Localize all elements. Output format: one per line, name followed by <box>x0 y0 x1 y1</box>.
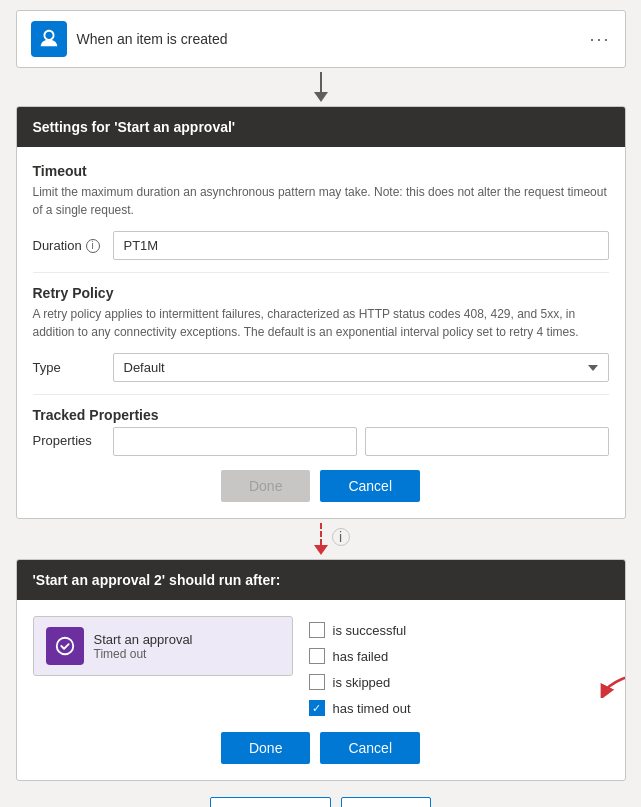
trigger-title: When an item is created <box>77 31 580 47</box>
divider-2 <box>33 394 609 395</box>
checkboxes-column: is successful has failed is skipped has … <box>309 616 609 716</box>
tracked-input-1[interactable] <box>113 427 357 456</box>
properties-field-row: Properties <box>33 427 609 456</box>
retry-policy-title: Retry Policy <box>33 285 609 301</box>
connector-arrow <box>314 72 328 102</box>
dashed-connector-arrow: i <box>314 523 328 555</box>
checkbox-has-timed-out[interactable] <box>309 700 325 716</box>
approval-status: Timed out <box>94 647 193 661</box>
checkbox-row-0: is successful <box>309 622 609 638</box>
settings-cancel-button[interactable]: Cancel <box>320 470 420 502</box>
run-after-cancel-button[interactable]: Cancel <box>320 732 420 764</box>
checkbox-has-failed[interactable] <box>309 648 325 664</box>
run-after-content: Start an approval Timed out is successfu… <box>33 616 609 716</box>
checkbox-row-2: is skipped <box>309 674 609 690</box>
approval-name: Start an approval <box>94 632 193 647</box>
checkbox-label-0: is successful <box>333 623 407 638</box>
checkbox-label-1: has failed <box>333 649 389 664</box>
run-after-header: 'Start an approval 2' should run after: <box>17 560 625 600</box>
settings-done-button: Done <box>221 470 310 502</box>
checkbox-is-successful[interactable] <box>309 622 325 638</box>
run-after-panel: 'Start an approval 2' should run after: … <box>16 559 626 781</box>
duration-field-row: Duration i <box>33 231 609 260</box>
sharepoint-icon <box>31 21 67 57</box>
settings-button-row: Done Cancel <box>33 470 609 502</box>
tracked-input-2[interactable] <box>365 427 609 456</box>
approval-icon <box>46 627 84 665</box>
checkbox-label-2: is skipped <box>333 675 391 690</box>
checkbox-is-skipped[interactable] <box>309 674 325 690</box>
retry-policy-description: A retry policy applies to intermittent f… <box>33 305 609 341</box>
timeout-title: Timeout <box>33 163 609 179</box>
type-field-row: Type Default <box>33 353 609 382</box>
run-after-done-button[interactable]: Done <box>221 732 310 764</box>
duration-info-icon[interactable]: i <box>86 239 100 253</box>
new-step-button[interactable]: + New step <box>210 797 330 807</box>
settings-panel-header: Settings for 'Start an approval' <box>17 107 625 147</box>
checkbox-row-3: has timed out <box>309 700 609 716</box>
divider-1 <box>33 272 609 273</box>
trigger-block: When an item is created ··· <box>16 10 626 68</box>
properties-label: Properties <box>33 427 103 448</box>
approval-info: Start an approval Timed out <box>94 632 193 661</box>
checkbox-row-1: has failed <box>309 648 609 664</box>
tracked-properties-title: Tracked Properties <box>33 407 609 423</box>
bottom-actions: + New step Save <box>210 797 430 807</box>
duration-label: Duration i <box>33 238 103 253</box>
svg-point-0 <box>56 638 73 655</box>
red-arrow-indicator <box>599 668 626 702</box>
duration-input[interactable] <box>113 231 609 260</box>
checkbox-label-3: has timed out <box>333 701 411 716</box>
save-button[interactable]: Save <box>341 797 431 807</box>
approval-item: Start an approval Timed out <box>33 616 293 676</box>
type-select[interactable]: Default <box>113 353 609 382</box>
type-label: Type <box>33 360 103 375</box>
settings-panel: Settings for 'Start an approval' Timeout… <box>16 106 626 519</box>
timeout-description: Limit the maximum duration an asynchrono… <box>33 183 609 219</box>
tracked-inputs <box>113 427 609 456</box>
trigger-more-button[interactable]: ··· <box>589 29 610 50</box>
run-after-button-row: Done Cancel <box>33 732 609 764</box>
arrow-info-icon[interactable]: i <box>332 528 350 546</box>
